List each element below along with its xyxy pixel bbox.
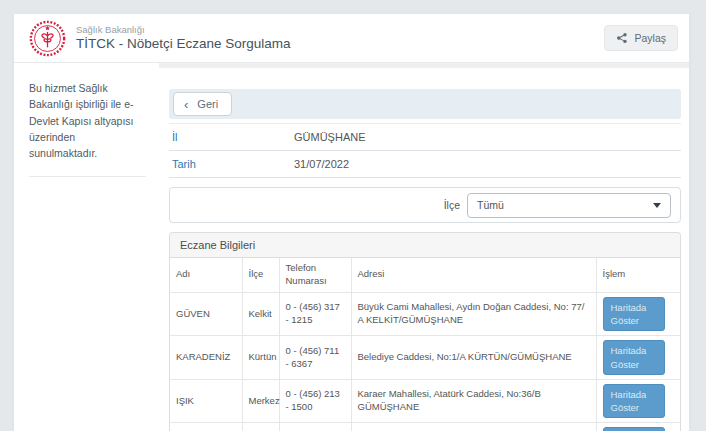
pharmacy-address-cell: Karaer Mahallesi, Atatürk Caddesi, No:36… xyxy=(351,379,596,423)
date-row: Tarih 31/07/2022 xyxy=(169,151,681,178)
header-titles: Sağlık Bakanlığı TİTCK - Nöbetçi Eczane … xyxy=(76,24,291,53)
pharmacy-name-cell: GİRİFTİNOĞLU xyxy=(170,423,242,431)
show-on-map-button[interactable]: Haritada Göster xyxy=(603,297,665,332)
pharmacy-address-cell: Büyük Cami Mahallesi, Aydın Doğan Caddes… xyxy=(351,292,596,336)
pharmacy-action-cell: Haritada Göster xyxy=(596,336,680,380)
chevron-down-icon xyxy=(653,203,661,208)
back-button[interactable]: ‹ Geri xyxy=(173,92,232,116)
sidebar: Bu hizmet Sağlık Bakanlığı işbirliği ile… xyxy=(14,63,159,431)
pharmacy-name-cell: KARADENİZ xyxy=(170,336,242,380)
content-area: ‹ Geri İl GÜMÜŞHANE Tarih 31/07/2022 İlç… xyxy=(159,63,689,431)
pharmacy-district-cell: Kürtün xyxy=(242,336,279,380)
date-value: 31/07/2022 xyxy=(294,158,349,170)
table-row: GİRİFTİNOĞLU Şiran 0 - (456) 511 - 7083 … xyxy=(170,423,680,431)
pharmacy-panel-title: Eczane Bilgileri xyxy=(170,233,680,258)
pharmacy-address-cell: Belediye Caddesi, No:1/A KÜRTÜN/GÜMÜŞHAN… xyxy=(351,336,596,380)
share-icon xyxy=(616,32,628,44)
table-header-row: Adı İlçe Telefon Numarası Adresi İşlem xyxy=(170,258,680,292)
ministry-name: Sağlık Bakanlığı xyxy=(76,24,291,36)
app-body: Bu hizmet Sağlık Bakanlığı işbirliği ile… xyxy=(14,63,689,431)
sidebar-divider xyxy=(29,176,146,177)
pharmacy-phone-cell: 0 - (456) 213 - 1500 xyxy=(279,379,351,423)
pharmacy-district-cell: Şiran xyxy=(242,423,279,431)
column-header-name: Adı xyxy=(170,258,242,292)
pharmacy-phone-cell: 0 - (456) 511 - 7083 xyxy=(279,423,351,431)
show-on-map-button[interactable]: Haritada Göster xyxy=(603,340,665,375)
page-title: TİTCK - Nöbetçi Eczane Sorgulama xyxy=(76,36,291,53)
pharmacy-phone-cell: 0 - (456) 317 - 1215 xyxy=(279,292,351,336)
pharmacy-address-cell: Tekke Mahallesi, Şehit Tuna Kara Caddesi… xyxy=(351,423,596,431)
pharmacy-district-cell: Merkez xyxy=(242,379,279,423)
pharmacy-panel: Eczane Bilgileri Adı İlçe Telefon Numara… xyxy=(169,232,681,431)
share-button[interactable]: Paylaş xyxy=(604,25,678,51)
back-button-label: Geri xyxy=(197,98,218,110)
show-on-map-button[interactable]: Haritada Göster xyxy=(603,384,665,419)
pharmacy-action-cell: Haritada Göster xyxy=(596,379,680,423)
pharmacy-table: Adı İlçe Telefon Numarası Adresi İşlem G… xyxy=(170,258,680,431)
province-value: GÜMÜŞHANE xyxy=(294,131,366,143)
column-header-phone: Telefon Numarası xyxy=(279,258,351,292)
ministry-of-health-logo-icon xyxy=(29,20,66,57)
district-select[interactable]: Tümü xyxy=(467,193,671,218)
app-header: Sağlık Bakanlığı TİTCK - Nöbetçi Eczane … xyxy=(14,14,689,63)
share-button-label: Paylaş xyxy=(634,32,666,44)
table-row: GÜVEN Kelkit 0 - (456) 317 - 1215 Büyük … xyxy=(170,292,680,336)
query-info-table: İl GÜMÜŞHANE Tarih 31/07/2022 xyxy=(169,123,681,178)
district-select-value: Tümü xyxy=(477,199,504,211)
pharmacy-action-cell: Haritada Göster xyxy=(596,292,680,336)
column-header-district: İlçe xyxy=(242,258,279,292)
column-header-action: İşlem xyxy=(596,258,680,292)
district-filter-bar: İlçe Tümü xyxy=(169,187,681,223)
pharmacy-name-cell: IŞIK xyxy=(170,379,242,423)
district-filter-label: İlçe xyxy=(444,199,460,211)
province-row: İl GÜMÜŞHANE xyxy=(169,123,681,151)
main-card: Sağlık Bakanlığı TİTCK - Nöbetçi Eczane … xyxy=(13,13,690,431)
chevron-left-icon: ‹ xyxy=(184,98,188,111)
show-on-map-button[interactable]: Haritada Göster xyxy=(603,427,665,431)
pharmacy-action-cell: Haritada Göster xyxy=(596,423,680,431)
province-label: İl xyxy=(172,131,294,143)
sidebar-info-text: Bu hizmet Sağlık Bakanlığı işbirliği ile… xyxy=(29,80,146,161)
table-row: KARADENİZ Kürtün 0 - (456) 711 - 6367 Be… xyxy=(170,336,680,380)
pharmacy-name-cell: GÜVEN xyxy=(170,292,242,336)
table-row: IŞIK Merkez 0 - (456) 213 - 1500 Karaer … xyxy=(170,379,680,423)
column-header-address: Adresi xyxy=(351,258,596,292)
back-toolbar: ‹ Geri xyxy=(169,89,681,119)
pharmacy-phone-cell: 0 - (456) 711 - 6367 xyxy=(279,336,351,380)
date-label: Tarih xyxy=(172,158,294,170)
pharmacy-district-cell: Kelkit xyxy=(242,292,279,336)
